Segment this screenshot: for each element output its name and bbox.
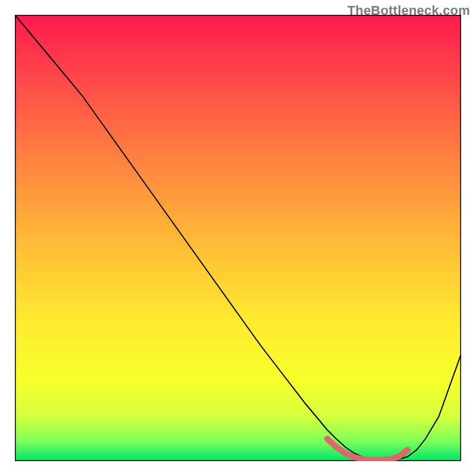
bottleneck-chart [15, 15, 461, 461]
chart-frame: TheBottleneck.com [0, 0, 476, 476]
optimal-marker-dot [405, 447, 411, 453]
plot-area [15, 15, 461, 461]
gradient-background [15, 15, 461, 461]
attribution-label: TheBottleneck.com [347, 3, 470, 18]
